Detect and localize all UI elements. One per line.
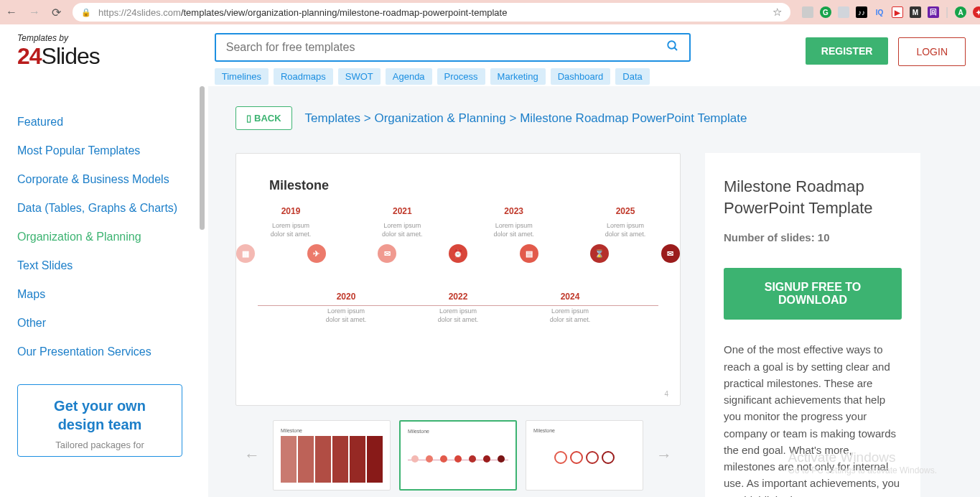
slide-title: Milestone▦✈✉⏰▤⌛✉ (269, 178, 651, 193)
reload-icon[interactable]: ⟳ (52, 6, 61, 19)
thumbnail[interactable]: Milestone (399, 420, 517, 491)
logo[interactable]: Templates by 24Slides (17, 33, 100, 70)
svg-point-0 (668, 41, 676, 49)
timeline-circle-icon: ⏰ (449, 244, 467, 263)
timeline-circle-icon: ▦ (236, 244, 255, 263)
timeline-item: 2024Lorem ipsum dolor sit amet. (544, 292, 596, 324)
timeline-circle-icon: ⌛ (590, 244, 609, 263)
search-tag[interactable]: Marketing (490, 68, 546, 85)
slide-preview: Milestone▦✈✉⏰▤⌛✉ 2019Lorem ipsum dolor s… (235, 153, 681, 406)
timeline-circle-icon: ✈ (307, 244, 326, 263)
download-button[interactable]: SIGNUP FREE TO DOWNLOAD (724, 268, 902, 320)
thumbnail[interactable]: Milestone (273, 420, 391, 491)
thumb-next-icon[interactable]: → (652, 446, 676, 465)
browser-chrome: ← → ⟳ 🔒 https://24slides.com/templates/v… (0, 0, 980, 24)
timeline-circle-icon: ▤ (520, 244, 538, 263)
ext-icon[interactable]: G (820, 6, 831, 18)
breadcrumb: Templates > Organization & Planning > Mi… (305, 111, 747, 126)
ext-icon[interactable] (802, 6, 813, 18)
url-bar[interactable]: 🔒 https://24slides.com/templates/view/or… (73, 3, 790, 22)
back-button[interactable]: ▯BACK (235, 106, 292, 130)
ext-icon[interactable]: ✦ (973, 6, 980, 18)
slide-count: Number of slides: 10 (724, 231, 902, 243)
search-tag[interactable]: SWOT (338, 68, 381, 85)
ext-icon[interactable]: M (910, 6, 921, 18)
site-header: Templates by 24Slides TimelinesRoadmapsS… (0, 24, 980, 86)
details-panel: Milestone Roadmap PowerPoint Template Nu… (705, 153, 920, 497)
timeline-item: 2022Lorem ipsum dolor sit amet. (432, 292, 484, 324)
promo-box[interactable]: Get your own design team Tailored packag… (17, 384, 182, 457)
star-icon[interactable]: ☆ (773, 6, 782, 19)
search-tag[interactable]: Process (437, 68, 485, 85)
search-input[interactable] (226, 41, 666, 54)
search-tag[interactable]: Timelines (215, 68, 269, 85)
search-tag[interactable]: Roadmaps (274, 68, 333, 85)
timeline-circle-icon: ✉ (661, 244, 680, 263)
back-icon: ▯ (246, 113, 251, 124)
template-description: One of the most effective ways to reach … (724, 341, 902, 497)
search-tags: TimelinesRoadmapsSWOTAgendaProcessMarket… (215, 68, 691, 85)
lock-icon: 🔒 (81, 8, 91, 17)
ext-icon[interactable]: IQ (874, 6, 885, 18)
sidebar-item[interactable]: Most Popular Templates (17, 136, 208, 165)
sidebar-item[interactable]: Featured (17, 108, 208, 136)
ext-icon[interactable]: ▶ (892, 6, 903, 18)
login-button[interactable]: LOGIN (898, 37, 966, 66)
content-area: ▯BACK Templates > Organization & Plannin… (208, 86, 980, 497)
sidebar-item[interactable]: Corporate & Business Models (17, 165, 208, 194)
extension-icons: G ♪♪ IQ ▶ M 回 | A ✦ (802, 6, 980, 19)
sidebar-item[interactable]: Maps (17, 280, 208, 309)
ext-icon[interactable] (838, 6, 849, 18)
sidebar-item[interactable]: Data (Tables, Graphs & Charts) (17, 194, 208, 223)
search-icon[interactable] (666, 40, 679, 56)
promo-title: Get your own design team (32, 396, 167, 434)
thumbnails-row: ← Milestone Milestone (235, 420, 681, 491)
crumb-page: Milestone Roadmap PowerPoint Template (520, 111, 747, 125)
search-tag[interactable]: Dashboard (551, 68, 611, 85)
svg-line-1 (674, 47, 677, 50)
url-host: https://24slides.com (98, 7, 181, 18)
sidebar-item[interactable]: Our Presentation Services (17, 338, 208, 366)
search-tag[interactable]: Data (615, 68, 649, 85)
thumb-prev-icon[interactable]: ← (240, 446, 264, 465)
search-input-wrapper (215, 33, 691, 62)
slide-page-number: 4 (664, 390, 668, 398)
ext-icon[interactable]: ♪♪ (856, 6, 867, 18)
sidebar-item[interactable]: Organization & Planning (17, 223, 208, 251)
promo-sub: Tailored packages for (32, 440, 167, 450)
thumbnail[interactable]: Milestone (526, 420, 643, 491)
url-path: /templates/view/organization-planning/mi… (181, 7, 508, 18)
avatar-icon[interactable]: A (955, 6, 966, 18)
forward-arrow-icon[interactable]: → (29, 6, 40, 19)
template-title: Milestone Roadmap PowerPoint Template (724, 176, 902, 218)
crumb-cat[interactable]: Organization & Planning (374, 111, 505, 125)
ext-icon[interactable]: 回 (928, 6, 939, 18)
timeline-circle-icon: ✉ (378, 244, 396, 263)
logo-tagline: Templates by (17, 33, 100, 43)
timeline-item: 2020Lorem ipsum dolor sit amet. (320, 292, 372, 324)
register-button[interactable]: REGISTER (806, 37, 889, 65)
search-tag[interactable]: Agenda (386, 68, 432, 85)
sidebar: FeaturedMost Popular TemplatesCorporate … (0, 86, 208, 497)
sidebar-item[interactable]: Other (17, 309, 208, 338)
back-arrow-icon[interactable]: ← (6, 6, 17, 19)
sidebar-item[interactable]: Text Slides (17, 251, 208, 280)
crumb-root[interactable]: Templates (305, 111, 360, 125)
